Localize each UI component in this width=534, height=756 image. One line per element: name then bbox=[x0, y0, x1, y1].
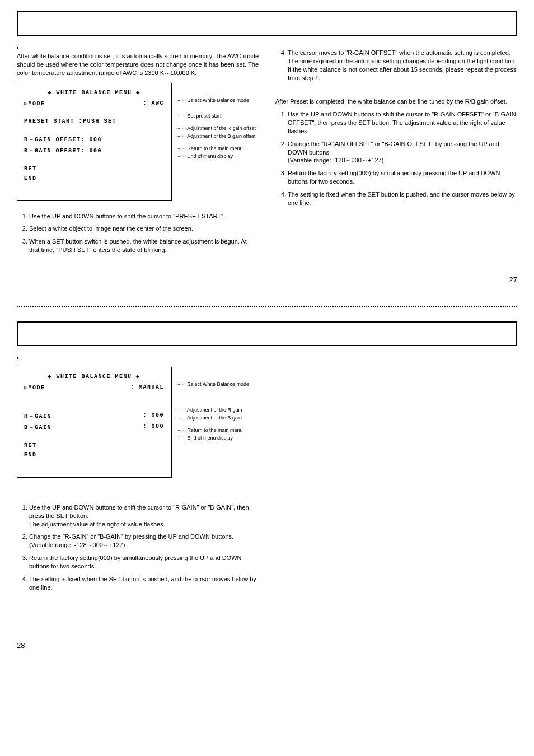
menu-ret: RET bbox=[24, 166, 164, 172]
mstep-1: Use the UP and DOWN buttons to shift the… bbox=[29, 503, 259, 529]
mstep-4: The setting is fixed when the SET button… bbox=[29, 575, 259, 592]
annot-end: End of menu display bbox=[177, 153, 259, 159]
rstep-3: Return the factory setting(000) by simul… bbox=[288, 169, 517, 186]
menu-annotations: Select White Balance mode Set preset sta… bbox=[171, 83, 259, 201]
step-2: Select a white object to image near the … bbox=[29, 225, 259, 233]
annot2-rgain: Adjustment of the R gain bbox=[177, 407, 259, 413]
page-separator bbox=[17, 306, 517, 307]
step-4: The cursor moves to "R-GAIN OFFSET" when… bbox=[288, 49, 517, 82]
annot2-bgain: Adjustment of the B gain bbox=[177, 415, 259, 421]
mstep-3: Return the factory setting(000) by simul… bbox=[29, 554, 259, 571]
annot-ret: Return to the main menu bbox=[177, 146, 259, 151]
bullet-dot: • bbox=[17, 44, 19, 51]
menu-with-annotations: ◆ WHITE BALANCE MENU ◆ ▷MODE : AWC PRESE… bbox=[17, 83, 259, 201]
menu-title-2: ◆ WHITE BALANCE MENU ◆ bbox=[24, 373, 164, 380]
left-steps-list: Use the UP and DOWN buttons to shift the… bbox=[17, 212, 259, 254]
menu-bgain-row: B－GAIN OFFSET: 000 bbox=[24, 147, 164, 155]
annot-rgain: Adjustment of the R gain offset bbox=[177, 125, 259, 131]
step-3: When a SET button switch is pushed, the … bbox=[29, 237, 259, 254]
annot-preset: Set preset start bbox=[177, 113, 259, 119]
menu-end: END bbox=[24, 175, 164, 181]
right-column: The cursor moves to "R-GAIN OFFSET" when… bbox=[275, 44, 517, 259]
two-column-layout: • After white balance condition is set, … bbox=[17, 44, 517, 259]
mode-label-2: ▷MODE bbox=[24, 385, 45, 391]
rstep-4: The setting is fixed when the SET button… bbox=[288, 190, 517, 207]
menu-mode-row: ▷MODE : AWC bbox=[24, 100, 164, 107]
annot2-mode: Select White Balance mode bbox=[177, 381, 259, 387]
mstep-2: Change the "R-GAIN" or "B-GAIN" by press… bbox=[29, 533, 259, 549]
mode-label: ▷MODE bbox=[24, 101, 45, 107]
rgain-label-2: R－GAIN bbox=[24, 413, 51, 419]
section-header-box-2 bbox=[17, 321, 517, 346]
menu-annotations-2: Select White Balance mode Adjustment of … bbox=[171, 367, 259, 478]
page-number-28: 28 bbox=[17, 641, 517, 650]
menu-mode-row-2: ▷MODE : MANUAL bbox=[24, 384, 164, 391]
annot-bgain: Adjustment of the B gain offset bbox=[177, 133, 259, 139]
osd-menu-box: ◆ WHITE BALANCE MENU ◆ ▷MODE : AWC PRESE… bbox=[17, 83, 171, 201]
left-column: • After white balance condition is set, … bbox=[17, 44, 259, 259]
step-1: Use the UP and DOWN buttons to shift the… bbox=[29, 212, 259, 221]
page-number-27: 27 bbox=[17, 276, 517, 284]
manual-steps-list: Use the UP and DOWN buttons to shift the… bbox=[17, 503, 259, 592]
menu-with-annotations-2: ◆ WHITE BALANCE MENU ◆ ▷MODE : MANUAL R－… bbox=[17, 367, 259, 478]
rstep-2: Change the "R-GAIN OFFSET" or "B-GAIN OF… bbox=[288, 140, 517, 165]
section-header-box bbox=[17, 11, 517, 36]
menu-title: ◆ WHITE BALANCE MENU ◆ bbox=[24, 89, 164, 96]
rgain-value-2: : 000 bbox=[143, 412, 164, 418]
mode-value-2: : MANUAL bbox=[130, 384, 164, 390]
page-27: • After white balance condition is set, … bbox=[17, 11, 517, 284]
left-column-2: • ◆ WHITE BALANCE MENU ◆ ▷MODE : MANUAL … bbox=[17, 354, 259, 596]
menu-preset-row: PRESET START :PUSH SET bbox=[24, 118, 164, 124]
intro-paragraph: After white balance condition is set, it… bbox=[17, 52, 259, 77]
bgain-value-2: : 000 bbox=[143, 423, 164, 430]
menu-rgain-row-2: R－GAIN : 000 bbox=[24, 412, 164, 420]
bgain-label-2: B－GAIN bbox=[24, 424, 51, 431]
menu-rgain-row: R－GAIN OFFSET: 000 bbox=[24, 136, 164, 143]
mode-value: : AWC bbox=[143, 100, 164, 106]
right-steps-list: Use the UP and DOWN buttons to shift the… bbox=[275, 110, 517, 207]
right-column-2 bbox=[275, 354, 517, 596]
annot2-end: End of menu display bbox=[177, 435, 259, 441]
menu-ret-2: RET bbox=[24, 442, 164, 449]
two-column-layout-2: • ◆ WHITE BALANCE MENU ◆ ▷MODE : MANUAL … bbox=[17, 354, 517, 596]
annot2-ret: Return to the main menu bbox=[177, 427, 259, 433]
osd-menu-box-2: ◆ WHITE BALANCE MENU ◆ ▷MODE : MANUAL R－… bbox=[17, 367, 171, 478]
annot-mode: Select White Balance mode bbox=[177, 97, 259, 103]
menu-end-2: END bbox=[24, 452, 164, 458]
right-continue-steps: The cursor moves to "R-GAIN OFFSET" when… bbox=[275, 49, 517, 82]
menu-bgain-row-2: B－GAIN : 000 bbox=[24, 423, 164, 431]
rstep-1: Use the UP and DOWN buttons to shift the… bbox=[288, 110, 517, 136]
finetune-paragraph: After Preset is completed, the white bal… bbox=[275, 97, 517, 106]
bullet-dot-2: • bbox=[17, 354, 19, 361]
page-28: • ◆ WHITE BALANCE MENU ◆ ▷MODE : MANUAL … bbox=[17, 321, 517, 650]
